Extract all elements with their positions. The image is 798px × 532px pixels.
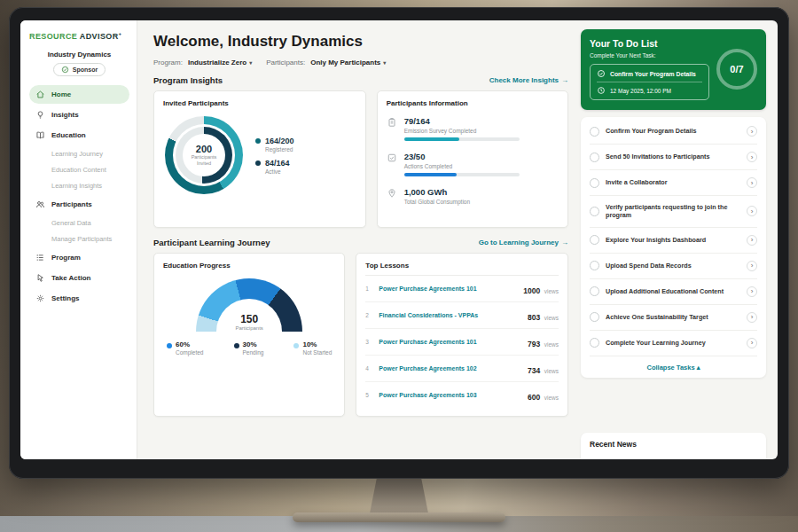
todo-summary-card: Your To Do List Complete Your Next Task:… xyxy=(581,29,766,110)
chevron-right-icon: › xyxy=(747,206,757,216)
lesson-views: 734 views xyxy=(528,361,559,377)
task-checkbox[interactable] xyxy=(590,235,599,245)
task-checkbox[interactable] xyxy=(590,127,599,137)
take-action-icon xyxy=(35,273,45,283)
gauge-center-value: 150 xyxy=(196,313,302,325)
task-label: Achieve One Sustainability Target xyxy=(606,313,740,321)
legend-item-completed: 60% Completed xyxy=(167,340,203,356)
donut-center-value: 200 xyxy=(196,144,212,154)
task-checkbox[interactable] xyxy=(590,286,599,296)
sidebar-item-education[interactable]: Education xyxy=(29,126,129,145)
education-icon xyxy=(35,130,45,140)
task-row[interactable]: Confirm Your Program Details › xyxy=(590,119,757,145)
consumption-icon xyxy=(387,188,397,199)
participants-information-card: Participants Information 79/164 Emission… xyxy=(377,90,568,228)
lesson-link[interactable]: Power Purchase Agreements 102 xyxy=(379,365,521,372)
lesson-views: 803 views xyxy=(528,308,559,324)
check-more-insights-link[interactable]: Check More Insights→ xyxy=(489,76,568,84)
invited-participants-donut-chart: 200 Participants Invited xyxy=(165,116,243,194)
participants-icon xyxy=(35,200,45,209)
task-row[interactable]: Invite a Collaborator › xyxy=(590,170,757,196)
collapse-tasks-button[interactable]: Collapse Tasks ▴ xyxy=(590,356,757,378)
learning-journey-header: Participant Learning Journey Go to Learn… xyxy=(153,238,568,247)
lesson-link[interactable]: Financial Considerations - VPPAs xyxy=(379,312,521,318)
task-checkbox[interactable] xyxy=(590,312,599,322)
education-progress-title: Education Progress xyxy=(163,262,335,270)
education-progress-gauge-chart: 150 Participants xyxy=(196,278,302,332)
actions-icon xyxy=(387,153,397,163)
app-logo: RESOURCE ADVISOR+ xyxy=(29,31,129,41)
lesson-link[interactable]: Power Purchase Agreements 103 xyxy=(379,392,521,398)
lesson-rank: 1 xyxy=(365,286,372,292)
task-label: Verify participants requesting to join t… xyxy=(606,203,740,220)
lesson-link[interactable]: Power Purchase Agreements 101 xyxy=(379,339,521,345)
task-row[interactable]: Send 50 Invitations to Participants › xyxy=(590,145,757,170)
sidebar-item-general-data[interactable]: General Data xyxy=(29,215,129,231)
program-filter-value: Industrialize Zero xyxy=(188,59,246,66)
participants-filter-dropdown[interactable]: Only My Participants ▾ xyxy=(310,59,386,66)
task-label: Send 50 Invitations to Participants xyxy=(606,153,740,160)
sidebar: RESOURCE ADVISOR+ Industry Dynamics Spon… xyxy=(20,20,137,459)
sidebar-item-label: Settings xyxy=(51,294,80,302)
sidebar-item-take-action[interactable]: Take Action xyxy=(29,269,129,287)
sidebar-item-insights[interactable]: Insights xyxy=(29,106,129,124)
sidebar-item-participants[interactable]: Participants xyxy=(29,195,129,214)
chevron-right-icon: › xyxy=(747,286,757,297)
task-row[interactable]: Achieve One Sustainability Target › xyxy=(590,305,757,331)
task-row[interactable]: Complete Your Learning Journey › xyxy=(590,331,757,356)
sidebar-item-home[interactable]: Home xyxy=(29,85,129,104)
pending-dot-icon xyxy=(234,343,239,348)
emission-survey-label: Emission Survey Completed xyxy=(404,128,520,134)
sidebar-item-program[interactable]: Program xyxy=(29,248,129,267)
participants-filter-label: Participants: xyxy=(266,59,305,66)
task-checkbox[interactable] xyxy=(590,153,599,162)
sidebar-item-learning-journey[interactable]: Learning Journey xyxy=(29,146,129,161)
org-name: Industry Dynamics xyxy=(29,51,129,59)
registered-value: 164/200 xyxy=(265,137,294,145)
sidebar-item-learning-insights[interactable]: Learning Insights xyxy=(29,178,129,193)
top-lessons-card: Top Lessons 1 Power Purchase Agreements … xyxy=(356,253,568,417)
task-checkbox[interactable] xyxy=(590,178,599,188)
emission-survey-row: 79/164 Emission Survey Completed xyxy=(387,116,559,141)
page-title: Welcome, Industry Dynamics xyxy=(153,33,568,51)
recent-news-title: Recent News xyxy=(590,440,637,449)
arrow-right-icon: → xyxy=(561,239,568,246)
sidebar-item-manage-participants[interactable]: Manage Participants xyxy=(29,231,129,246)
lesson-views: 793 views xyxy=(528,334,559,350)
task-checkbox[interactable] xyxy=(590,261,599,270)
sidebar-item-settings[interactable]: Settings xyxy=(29,289,129,308)
next-task-box[interactable]: Confirm Your Program Details 12 May 2025… xyxy=(590,64,709,100)
task-checkbox[interactable] xyxy=(590,207,599,216)
lesson-rank: 3 xyxy=(365,339,372,345)
todo-task-list: Confirm Your Program Details › Send 50 I… xyxy=(581,117,766,378)
monitor-stand-base xyxy=(293,512,505,522)
consumption-label: Total Global Consumption xyxy=(404,199,470,205)
registered-dot-icon xyxy=(255,138,261,144)
learning-cards-row: Education Progress 150 Participants 60 xyxy=(153,253,568,417)
legend-item-registered: 164/200 Registered xyxy=(255,137,294,153)
consumption-row: 1,000 GWh Total Global Consumption xyxy=(387,187,559,208)
chevron-down-icon: ▾ xyxy=(383,59,386,66)
chevron-right-icon: › xyxy=(747,152,757,162)
sidebar-item-education-content[interactable]: Education Content xyxy=(29,162,129,177)
task-label: Invite a Collaborator xyxy=(606,178,740,186)
chevron-right-icon: › xyxy=(747,261,757,271)
lesson-link[interactable]: Power Purchase Agreements 101 xyxy=(379,286,517,292)
go-to-learning-journey-link[interactable]: Go to Learning Journey→ xyxy=(479,239,568,246)
chevron-right-icon: › xyxy=(747,312,757,323)
next-task-due: 12 May 2025, 12:00 PM xyxy=(610,88,671,94)
chevron-up-icon: ▴ xyxy=(697,364,700,372)
sidebar-item-label: Education xyxy=(51,131,86,139)
lesson-rank: 4 xyxy=(365,365,372,372)
actions-completed-row: 23/50 Actions Completed xyxy=(387,152,559,176)
insights-icon xyxy=(35,110,45,120)
task-row[interactable]: Upload Additional Educational Content › xyxy=(590,279,757,305)
task-row[interactable]: Upload Spend Data Records › xyxy=(590,254,757,279)
task-row[interactable]: Explore Your Insights Dashboard › xyxy=(590,228,757,254)
logo-text-primary: RESOURCE xyxy=(29,32,77,41)
lesson-views: 1000 views xyxy=(523,281,559,297)
task-checkbox[interactable] xyxy=(590,338,599,348)
program-filter-dropdown[interactable]: Industrialize Zero ▾ xyxy=(188,59,252,66)
program-insights-header: Program Insights Check More Insights→ xyxy=(153,75,568,85)
task-row[interactable]: Verify participants requesting to join t… xyxy=(590,196,757,228)
